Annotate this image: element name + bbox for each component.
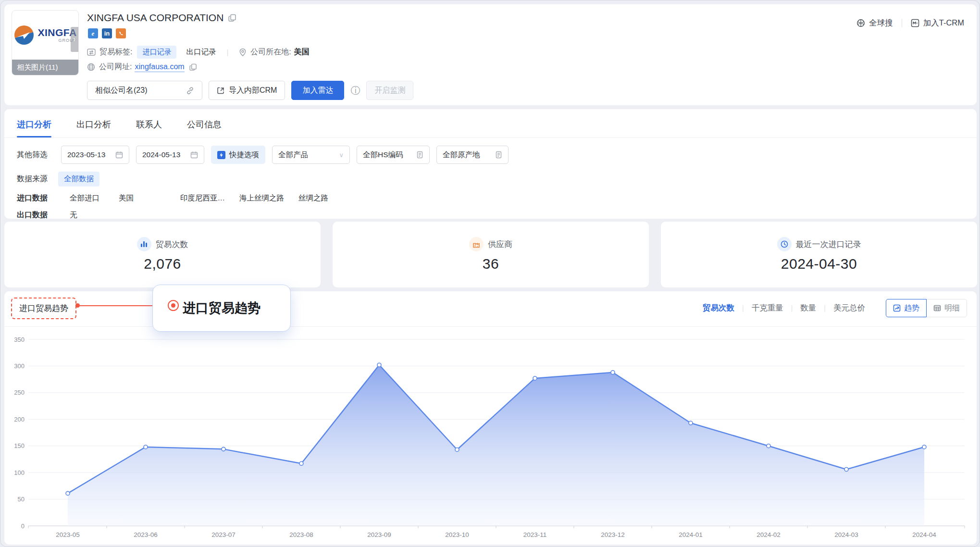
website-link[interactable]: xingfausa.com [135,62,184,72]
exchange-icon [87,48,96,57]
other-filters-label: 其他筛选 [17,150,48,160]
info-icon[interactable]: ⓘ [350,84,360,97]
supplier-factory-icon [469,237,484,251]
company-header-card: XINGFA GROUP › 相关图片(11) XINGFA USA CORPO… [4,4,977,105]
annotation-text: 进口贸易趋势 [183,299,261,317]
svg-text:0: 0 [21,522,25,530]
tag-import-records[interactable]: 进口记录 [137,46,176,59]
stat-card-last-import: 最近一次进口记录 2024-04-30 [661,222,977,287]
metric-switcher: 贸易次数 | 千克重量 | 数量 | 美元总价 [703,303,865,313]
stat-label: 贸易次数 [156,239,188,250]
copy-website-icon[interactable] [189,63,197,71]
hs-code-select[interactable]: 全部HS编码 [357,146,430,164]
join-tcrm-item[interactable]: 加入T-CRM [911,18,964,28]
svg-text:350: 350 [14,337,25,343]
topbar-right: 全球搜 加入T-CRM [856,18,964,28]
tab-export-analysis[interactable]: 出口分析 [76,119,111,137]
svg-text:2023-07: 2023-07 [211,531,236,538]
logo-next-chevron-icon[interactable]: › [71,27,78,52]
website-label: 公司网址: [99,62,132,72]
origin-select[interactable]: 全部原产地 [436,146,509,164]
metric-usd-total[interactable]: 美元总价 [833,303,865,313]
svg-text:2023-06: 2023-06 [134,531,158,538]
tab-import-analysis[interactable]: 进口分析 [17,119,51,137]
tab-contacts[interactable]: 联系人 [136,119,162,137]
trade-tags-row: 贸易标签: 进口记录 出口记录 | 公司所在地: 美国 [87,46,310,59]
global-search-icon [856,19,865,27]
stat-value: 36 [483,256,499,272]
annotation-target-icon [168,300,179,311]
import-data-item[interactable]: 印度尼西亚… [180,193,225,203]
import-trend-area-chart[interactable]: 0501001502002503003502023-052023-062023-… [4,337,977,544]
link-icon [186,87,194,95]
product-select[interactable]: 全部产品 ∨ [272,146,350,164]
phone-icon[interactable] [116,28,126,38]
location-value: 美国 [294,47,310,57]
calendar-icon [115,151,123,159]
stat-label: 最近一次进口记录 [796,239,861,250]
global-search-item[interactable]: 全球搜 [856,18,893,28]
chart-title-highlighted: 进口贸易趋势 [11,298,76,319]
svg-text:2023-09: 2023-09 [367,531,391,538]
filter-row: 其他筛选 2023-05-13 2024-05-13 快捷选项 全部产品 ∨ 全… [4,138,977,164]
stat-value: 2024-04-30 [781,256,857,272]
action-buttons-row: 相似公司名(23) 导入内部CRM 加入雷达 ⓘ 开启监测 [87,80,413,100]
svg-text:2023-10: 2023-10 [445,531,469,538]
website-social-icon[interactable]: e [88,28,98,38]
svg-text:2023-12: 2023-12 [601,531,625,538]
stat-card-trade-count: 贸易次数 2,076 [4,222,321,287]
data-source-label: 数据来源 [17,174,48,184]
related-images-label[interactable]: 相关图片(11) [12,60,78,75]
import-data-item[interactable]: 美国 [119,193,134,203]
company-logo-card[interactable]: XINGFA GROUP › 相关图片(11) [12,10,79,75]
metric-kg-weight[interactable]: 千克重量 [752,303,783,313]
analysis-card: 进口分析 出口分析 联系人 公司信息 其他筛选 2023-05-13 2024-… [4,109,977,219]
import-data-label: 进口数据 [17,193,48,203]
clock-icon [777,237,792,251]
svg-text:2024-04: 2024-04 [912,531,936,538]
export-data-row: 出口数据 无 [4,203,977,220]
social-links: e in [88,28,126,38]
import-data-row: 进口数据 全部进口 美国 印度尼西亚… 海上丝绸之路 丝绸之路 [4,186,977,203]
quick-options-button[interactable]: 快捷选项 [211,146,265,164]
tag-export-records[interactable]: 出口记录 [186,47,216,57]
document-icon [416,151,423,159]
app-window: XINGFA GROUP › 相关图片(11) XINGFA USA CORPO… [0,0,980,547]
quick-options-icon [217,151,225,159]
import-crm-button[interactable]: 导入内部CRM [209,81,285,100]
chart-header: 进口贸易趋势 进口贸易趋势 贸易次数 | 千克重量 | 数量 | 美元总价 趋势 [4,291,977,327]
import-data-item[interactable]: 全部进口 [70,193,99,203]
export-data-label: 出口数据 [17,210,48,220]
xingfa-logo-icon [13,25,35,46]
add-radar-button[interactable]: 加入雷达 [291,81,344,100]
data-source-row: 数据来源 全部数据 [4,164,977,186]
bar-chart-icon [137,237,151,251]
trade-label-title: 贸易标签: [99,47,132,57]
globe-icon [87,63,95,71]
chevron-down-icon: ∨ [339,151,344,159]
monitor-button[interactable]: 开启监测 [366,81,413,100]
similar-companies-button[interactable]: 相似公司名(23) [87,81,202,100]
trend-view-button[interactable]: 趋势 [886,299,927,317]
company-name: XINGFA USA CORPORATION [87,12,236,24]
view-toggle: 趋势 明细 [886,299,967,317]
metric-quantity[interactable]: 数量 [800,303,816,313]
trend-icon [893,304,901,312]
detail-view-button[interactable]: 明细 [927,299,967,317]
date-to-input[interactable]: 2024-05-13 [136,146,204,164]
copy-icon[interactable] [228,14,236,22]
import-data-item[interactable]: 海上丝绸之路 [239,193,284,203]
company-logo: XINGFA GROUP [12,11,78,60]
svg-text:200: 200 [14,416,25,423]
svg-text:2023-08: 2023-08 [289,531,313,538]
import-data-item[interactable]: 丝绸之路 [298,193,328,203]
tab-company-info[interactable]: 公司信息 [187,119,222,137]
tcrm-icon [911,19,919,27]
linkedin-icon[interactable]: in [102,28,112,38]
metric-trade-count[interactable]: 贸易次数 [703,303,734,313]
stat-label: 供应商 [488,239,512,250]
export-data-value: 无 [70,210,77,220]
all-data-chip[interactable]: 全部数据 [58,172,99,186]
date-from-input[interactable]: 2023-05-13 [61,146,129,164]
tabs: 进口分析 出口分析 联系人 公司信息 [4,109,977,138]
